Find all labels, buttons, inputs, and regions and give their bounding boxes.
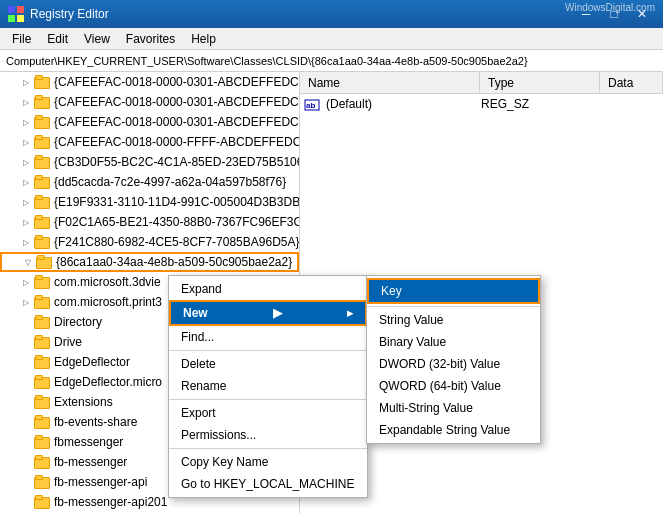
svg-rect-2 xyxy=(8,15,15,22)
ctx-separator-1 xyxy=(169,350,367,351)
expand-arrow xyxy=(20,456,32,468)
svg-rect-3 xyxy=(17,15,24,22)
svg-rect-1 xyxy=(17,6,24,13)
submenu-string-value[interactable]: String Value xyxy=(367,309,540,331)
tree-item-label: fb-events-share xyxy=(54,415,137,429)
folder-icon xyxy=(34,355,50,369)
menu-view[interactable]: View xyxy=(76,30,118,48)
watermark: WindowsDigital.com xyxy=(565,2,655,13)
submenu-dword-value[interactable]: DWORD (32-bit) Value xyxy=(367,353,540,375)
svg-rect-0 xyxy=(8,6,15,13)
menu-help[interactable]: Help xyxy=(183,30,224,48)
folder-icon xyxy=(34,115,50,129)
tree-item[interactable]: ▷ {F02C1A65-BE21-4350-88B0-7367FC96EF3C} xyxy=(0,212,299,232)
tree-item[interactable]: ▷ {CB3D0F55-BC2C-4C1A-85ED-23ED75B5106B} xyxy=(0,152,299,172)
title-bar: Registry Editor WindowsDigital.com ─ □ ✕ xyxy=(0,0,663,28)
submenu-separator xyxy=(367,306,540,307)
tree-item-label: Extensions xyxy=(54,395,113,409)
tree-item-label: EdgeDeflector.micro xyxy=(54,375,162,389)
folder-icon xyxy=(34,455,50,469)
folder-icon xyxy=(34,395,50,409)
ctx-copy-key[interactable]: Copy Key Name xyxy=(169,451,367,473)
app-icon xyxy=(8,6,24,22)
expand-arrow: ▷ xyxy=(20,76,32,88)
ctx-expand[interactable]: Expand xyxy=(169,278,367,300)
folder-icon xyxy=(34,175,50,189)
tree-item-label: {CAFEEFAC-0018-0000-0301-ABCDEFFEDCBB} xyxy=(54,95,299,109)
list-header: Name Type Data xyxy=(300,72,663,94)
expand-arrow: ▷ xyxy=(20,276,32,288)
col-header-type: Type xyxy=(480,72,600,93)
ctx-find[interactable]: Find... xyxy=(169,326,367,348)
tree-item[interactable]: ▷ {CAFEEFAC-0018-0000-FFFF-ABCDEFFEDCBA} xyxy=(0,132,299,152)
ctx-permissions[interactable]: Permissions... xyxy=(169,424,367,446)
registry-value-name: (Default) xyxy=(326,97,481,111)
submenu-arrow: ▶ xyxy=(273,306,282,320)
address-text: Computer\HKEY_CURRENT_USER\Software\Clas… xyxy=(6,55,528,67)
tree-item-label: Drive xyxy=(54,335,82,349)
menu-favorites[interactable]: Favorites xyxy=(118,30,183,48)
menu-bar: File Edit View Favorites Help xyxy=(0,28,663,50)
folder-icon xyxy=(34,475,50,489)
folder-icon xyxy=(34,295,50,309)
tree-item-label: {86ca1aa0-34aa-4e8b-a509-50c905bae2a2} xyxy=(56,255,292,269)
submenu-key[interactable]: Key xyxy=(367,278,540,304)
tree-item-label: fb-messenger-api201 xyxy=(54,495,167,509)
ctx-new-label: New xyxy=(183,306,208,320)
expand-arrow xyxy=(20,356,32,368)
tree-item[interactable]: ▷ {CAFEEFAC-0018-0000-0301-ABCDEFFEDCBC} xyxy=(0,112,299,132)
ctx-new[interactable]: New ▶ xyxy=(169,300,367,326)
selected-tree-item[interactable]: ▽ {86ca1aa0-34aa-4e8b-a509-50c905bae2a2} xyxy=(0,252,299,272)
folder-icon xyxy=(34,375,50,389)
ctx-export[interactable]: Export xyxy=(169,402,367,424)
expand-arrow xyxy=(20,396,32,408)
tree-item-label: Directory xyxy=(54,315,102,329)
submenu-key-label: Key xyxy=(381,284,402,298)
tree-item[interactable]: ▷ {E19F9331-3110-11D4-991C-005004D3B3DB} xyxy=(0,192,299,212)
expand-arrow: ▷ xyxy=(20,236,32,248)
context-menu: Expand New ▶ Find... Delete Rename Expor… xyxy=(168,275,368,498)
folder-icon xyxy=(34,215,50,229)
tree-item[interactable]: ▷ {F241C880-6982-4CE5-8CF7-7085BA96D5A} xyxy=(0,232,299,252)
tree-item-label: {dd5cacda-7c2e-4997-a62a-04a597b58f76} xyxy=(54,175,286,189)
address-bar: Computer\HKEY_CURRENT_USER\Software\Clas… xyxy=(0,50,663,72)
folder-icon xyxy=(34,235,50,249)
col-header-name: Name xyxy=(300,72,480,93)
submenu-expandable-value[interactable]: Expandable String Value xyxy=(367,419,540,441)
submenu-multistring-value[interactable]: Multi-String Value xyxy=(367,397,540,419)
tree-item-label: EdgeDeflector xyxy=(54,355,130,369)
expand-arrow: ▷ xyxy=(20,216,32,228)
menu-file[interactable]: File xyxy=(4,30,39,48)
expand-arrow xyxy=(20,416,32,428)
tree-item[interactable]: ▷ {CAFEEFAC-0018-0000-0301-ABCDEFFEDCBB} xyxy=(0,92,299,112)
registry-value-icon: ab xyxy=(304,96,320,112)
folder-icon xyxy=(36,255,52,269)
tree-item-label: fb-messenger xyxy=(54,455,127,469)
tree-item-label: com.microsoft.3dvie xyxy=(54,275,161,289)
registry-value-row[interactable]: ab (Default) REG_SZ xyxy=(300,94,663,114)
ctx-rename[interactable]: Rename xyxy=(169,375,367,397)
expand-arrow: ▷ xyxy=(20,116,32,128)
expand-arrow: ▷ xyxy=(20,96,32,108)
tree-item-label: fbmessenger xyxy=(54,435,123,449)
expand-arrow: ▷ xyxy=(20,296,32,308)
tree-item-label: {E19F9331-3110-11D4-991C-005004D3B3DB} xyxy=(54,195,299,209)
folder-icon xyxy=(34,275,50,289)
submenu: Key String Value Binary Value DWORD (32-… xyxy=(366,275,541,444)
folder-icon xyxy=(34,315,50,329)
folder-icon xyxy=(34,435,50,449)
ctx-goto-hklm[interactable]: Go to HKEY_LOCAL_MACHINE xyxy=(169,473,367,495)
tree-item-label: {CAFEEFAC-0018-0000-0301-ABCDEFFEDCBA} xyxy=(54,75,299,89)
tree-item[interactable]: ▷ {CAFEEFAC-0018-0000-0301-ABCDEFFEDCBA} xyxy=(0,72,299,92)
expand-arrow: ▷ xyxy=(20,196,32,208)
expand-arrow: ▷ xyxy=(20,156,32,168)
tree-item[interactable]: ▷ {dd5cacda-7c2e-4997-a62a-04a597b58f76} xyxy=(0,172,299,192)
submenu-binary-value[interactable]: Binary Value xyxy=(367,331,540,353)
submenu-qword-value[interactable]: QWORD (64-bit) Value xyxy=(367,375,540,397)
ctx-delete[interactable]: Delete xyxy=(169,353,367,375)
tree-item-label: fb-messenger-api xyxy=(54,475,147,489)
tree-item-label: {F02C1A65-BE21-4350-88B0-7367FC96EF3C} xyxy=(54,215,299,229)
menu-edit[interactable]: Edit xyxy=(39,30,76,48)
folder-icon xyxy=(34,415,50,429)
folder-icon xyxy=(34,495,50,509)
